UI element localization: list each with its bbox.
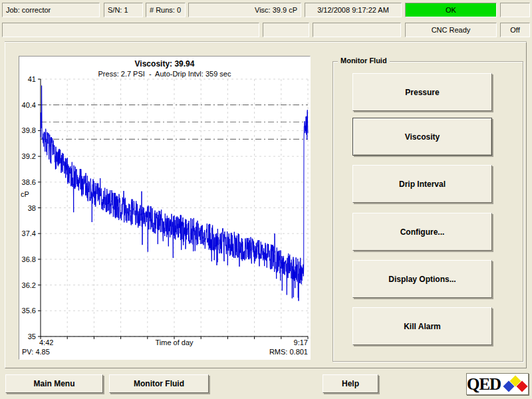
- y-tick-label: 39.8: [22, 126, 36, 134]
- qed-logo-diamonds-icon: [503, 375, 528, 394]
- y-tick-label: 41: [28, 75, 36, 83]
- message-field: [2, 23, 259, 37]
- datetime-field: 3/12/2008 9:17:22 AM: [305, 3, 402, 17]
- qed-logo-text: QED: [467, 376, 501, 392]
- monitor-fluid-group: Monitor Fluid Pressure Viscosity Drip In…: [332, 61, 523, 362]
- viscosity-plot: 4140.439.839.238.63837.436.836.235.635: [19, 57, 310, 359]
- aux-field: [500, 3, 530, 17]
- y-tick-label: 39.2: [22, 152, 36, 160]
- drip-interval-button[interactable]: Drip Interval: [352, 165, 492, 203]
- status-ok-indicator: OK: [405, 3, 497, 17]
- y-tick-label: 35: [28, 332, 36, 340]
- aux-field-3: [313, 23, 401, 37]
- rms-readout: RMS: 0.801: [241, 348, 308, 356]
- pressure-button[interactable]: Pressure: [352, 73, 492, 111]
- aux-field-2: [263, 23, 309, 37]
- y-tick-label: 40.4: [22, 101, 36, 109]
- display-options-button[interactable]: Display Options...: [352, 260, 492, 298]
- viscosity-chart-panel: Viscosity: 39.94 Press: 2.7 PSI - Auto-D…: [19, 56, 311, 360]
- kill-alarm-button[interactable]: Kill Alarm: [352, 307, 492, 345]
- monitor-fluid-nav-button[interactable]: Monitor Fluid: [109, 374, 209, 393]
- job-field: Job: corrector: [2, 3, 100, 17]
- y-tick-label: 36.8: [22, 255, 36, 263]
- power-status-field: Off: [500, 23, 530, 37]
- serial-number-field: S/N: 1: [104, 3, 143, 17]
- run-count-field: # Runs: 0: [146, 3, 186, 17]
- y-axis-unit-label: cP: [21, 190, 29, 198]
- y-tick-label: 35.6: [22, 307, 36, 315]
- y-tick-label: 38.6: [22, 178, 36, 186]
- help-button[interactable]: Help: [323, 374, 378, 393]
- y-tick-label: 37.4: [22, 229, 36, 237]
- pv-readout: PV: 4.85: [22, 348, 50, 356]
- x-tick-end-label: 9:17: [275, 338, 308, 346]
- x-axis-title: Time of day: [41, 338, 308, 346]
- configure-button[interactable]: Configure...: [352, 213, 492, 251]
- y-tick-label: 38: [28, 204, 36, 212]
- monitor-fluid-group-label: Monitor Fluid: [338, 57, 390, 65]
- y-tick-label: 36.2: [22, 281, 36, 289]
- cnc-status-field: CNC Ready: [405, 23, 497, 37]
- main-panel: Viscosity: 39.94 Press: 2.7 PSI - Auto-D…: [5, 42, 527, 368]
- main-menu-button[interactable]: Main Menu: [5, 374, 103, 393]
- viscosity-button[interactable]: Viscosity: [352, 118, 492, 156]
- viscosity-readout-field: Visc: 39.9 cP: [188, 3, 301, 17]
- qed-logo: QED: [466, 373, 529, 395]
